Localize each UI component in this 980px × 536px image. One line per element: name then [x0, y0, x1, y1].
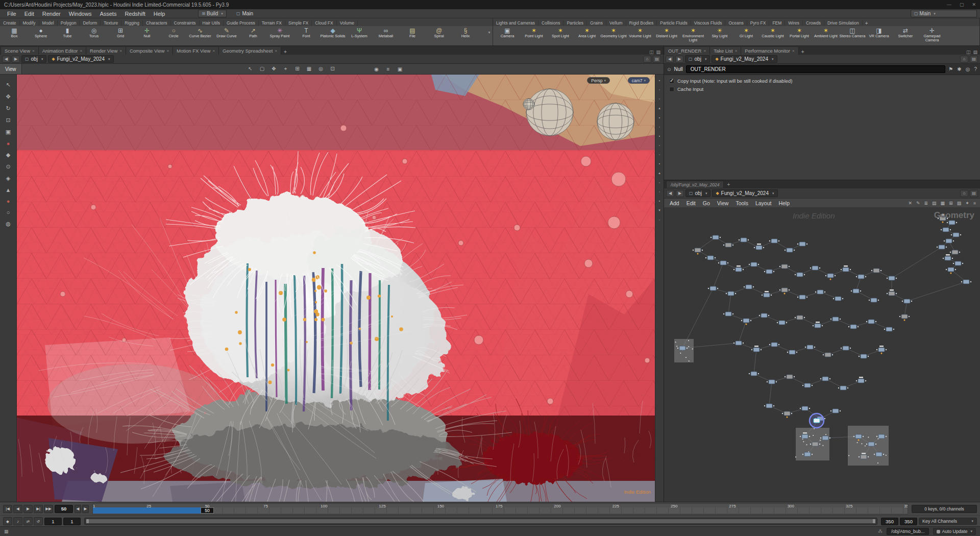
node-name-field[interactable]: OUT_RENDER: [686, 65, 946, 73]
shelf-tab[interactable]: Guide Process: [224, 20, 259, 26]
display-toggle-icon[interactable]: ▾: [658, 208, 660, 212]
shelf-tool[interactable]: ∿ Curve Bezier: [187, 27, 213, 45]
shelf-tab[interactable]: Collisions: [538, 20, 564, 26]
shelf-tab[interactable]: Rigid Bodies: [626, 20, 657, 26]
desktop-main-tab[interactable]: ▢ Main: [236, 11, 253, 16]
network-editor-canvas[interactable]: Indie Edition Geometry: [664, 207, 980, 502]
shelf-tab[interactable]: Simple FX: [285, 20, 312, 26]
shelf-tab[interactable]: Terrain FX: [259, 20, 285, 26]
key-all-channels-button[interactable]: Key All Channels ▾: [919, 518, 977, 525]
minimize-button[interactable]: —: [947, 2, 951, 7]
pane-tab[interactable]: Render View ×: [86, 47, 126, 55]
pin-icon[interactable]: ⊙: [6, 163, 10, 170]
shelf-tool[interactable]: ✶ Point Light: [521, 27, 547, 45]
pane-split-icon[interactable]: ◫: [966, 50, 971, 55]
timeline-ruler[interactable]: 50 1255075100125150175200225250275300325…: [92, 503, 908, 515]
list-view-icon[interactable]: ≣: [924, 201, 928, 206]
menu-item[interactable]: Assets: [95, 10, 120, 17]
display-toggle-icon[interactable]: ▪: [659, 134, 660, 138]
select-mode-icon[interactable]: ↖: [6, 82, 10, 88]
shelf-tab[interactable]: Hair Utils: [200, 20, 224, 26]
red-flag-icon[interactable]: ●: [7, 140, 10, 147]
shelf-tool[interactable]: ⇄ Switcher: [892, 27, 919, 45]
orbit-icon[interactable]: ◎: [317, 66, 325, 72]
pane-split-icon[interactable]: ◫: [649, 50, 654, 55]
shelf-tab[interactable]: Model: [39, 20, 58, 26]
pane-tab[interactable]: Motion FX View ×: [173, 47, 219, 55]
shelf-tab[interactable]: Drive Simulation: [824, 20, 863, 26]
pane-menu-icon[interactable]: ▤: [656, 50, 660, 55]
jump-start-button[interactable]: |◀: [3, 505, 12, 513]
display-toggle-icon[interactable]: ◦: [659, 190, 660, 193]
pane-link-menu-icon[interactable]: ▤: [970, 56, 978, 63]
desktop-selector[interactable]: ⊞ Build ▾: [198, 10, 226, 17]
shelf-tool[interactable]: ● Sphere: [28, 27, 54, 45]
shelf-overflow-button[interactable]: ▼: [487, 31, 491, 34]
shelf-tool[interactable]: ↗ Path: [240, 27, 266, 45]
close-icon[interactable]: ×: [166, 48, 169, 53]
pane-menu-icon[interactable]: ▤: [973, 50, 977, 55]
desktop-switcher[interactable]: ▢ Main ▾: [911, 10, 977, 17]
menu-item[interactable]: Render: [38, 10, 65, 17]
range-start-input[interactable]: [44, 518, 62, 525]
shelf-tool[interactable]: ☀ Sky Light: [706, 27, 733, 45]
tree-view-icon[interactable]: ▤: [932, 201, 937, 206]
pane-tab[interactable]: Composite View ×: [126, 47, 173, 55]
next-frame-button[interactable]: ▶: [82, 505, 89, 513]
world-axis-icon[interactable]: ◍: [6, 221, 11, 227]
shelf-tool[interactable]: ◫ Stereo Camera: [839, 27, 866, 45]
display-toggle-icon[interactable]: ◦: [659, 125, 660, 129]
help-icon[interactable]: ?: [974, 66, 977, 72]
shelf-tab[interactable]: Cloud FX: [312, 20, 336, 26]
menu-item[interactable]: Windows: [65, 10, 96, 17]
shelf-tool[interactable]: ⊞ Grid: [107, 27, 134, 45]
camera-select-button[interactable]: cam7 ▾: [628, 77, 650, 84]
render-region-icon[interactable]: ◉: [373, 66, 381, 72]
add-shelf-tab-button[interactable]: +: [863, 20, 871, 26]
shelf-tool[interactable]: ✛ Null: [134, 27, 160, 45]
shelf-tool[interactable]: ◆ Platonic Solids: [320, 27, 346, 45]
pane-tab[interactable]: Scene View ×: [1, 47, 39, 55]
menu-item[interactable]: Redshift: [120, 10, 149, 17]
close-icon[interactable]: ×: [32, 48, 35, 53]
pane-tab[interactable]: Performance Monitor ×: [741, 47, 798, 55]
display-toggle-icon[interactable]: ▫: [659, 181, 660, 184]
material-ball-icon[interactable]: ●: [7, 198, 10, 204]
shelf-tab[interactable]: Create: [0, 20, 20, 26]
shelf-tool[interactable]: ▮ Tube: [54, 27, 81, 45]
shelf-tab[interactable]: Viscous Fluids: [691, 20, 726, 26]
shelf-tab[interactable]: Rigging: [121, 20, 143, 26]
shelf-tab[interactable]: Characters: [143, 20, 171, 26]
shelf-tool[interactable]: ◨ VR Camera: [866, 27, 892, 45]
search-icon[interactable]: ◎: [966, 66, 970, 72]
menu-item[interactable]: Edit: [20, 10, 38, 17]
display-toggle-icon[interactable]: ▫: [659, 97, 660, 101]
pane-link-menu-icon[interactable]: ▤: [653, 56, 661, 63]
disconnect-icon[interactable]: ✕: [908, 201, 912, 206]
network-root-selector[interactable]: ▢ obj ▾: [21, 55, 46, 63]
pose-tool-icon[interactable]: ◆: [6, 152, 10, 158]
shelf-tool[interactable]: ✶ Spot Light: [547, 27, 574, 45]
shelf-tab[interactable]: Modify: [20, 20, 39, 26]
grid-snap-icon[interactable]: ⊞: [293, 66, 302, 72]
shelf-tab[interactable]: Grains: [587, 20, 606, 26]
view-mode-button[interactable]: Persp ▾: [587, 77, 610, 84]
handles-icon[interactable]: ✥: [270, 66, 278, 72]
translate-tool-icon[interactable]: ✥: [6, 93, 10, 100]
update-mode-selector[interactable]: Auto Update ▾: [933, 528, 976, 535]
range-fill-handle[interactable]: [86, 519, 875, 523]
back-button[interactable]: ◀: [666, 56, 674, 63]
shelf-tool[interactable]: ▣ Camera: [494, 27, 521, 45]
shelf-tool[interactable]: ✛ Gamepad Camera: [919, 27, 945, 45]
close-icon[interactable]: ×: [119, 48, 122, 53]
jump-end-button[interactable]: ▶▶: [44, 505, 53, 513]
network-menu-item[interactable]: View: [714, 200, 732, 206]
shelf-tool[interactable]: ✶ Caustic Light: [760, 27, 786, 45]
current-node-selector[interactable]: ◆ Fungi_v2_May_2024 ▾: [712, 189, 777, 197]
audio-options-icon[interactable]: ♪: [13, 517, 22, 525]
add-node-icon[interactable]: ⊞: [949, 201, 953, 206]
current-node-selector[interactable]: ◆ Fungi_v2_May_2024 ▾: [48, 55, 113, 63]
shelf-tool[interactable]: ✎ Draw Curve: [213, 27, 240, 45]
snap-grid-icon[interactable]: ✦: [965, 201, 969, 206]
crowd-tool-icon[interactable]: ▲: [6, 187, 11, 193]
